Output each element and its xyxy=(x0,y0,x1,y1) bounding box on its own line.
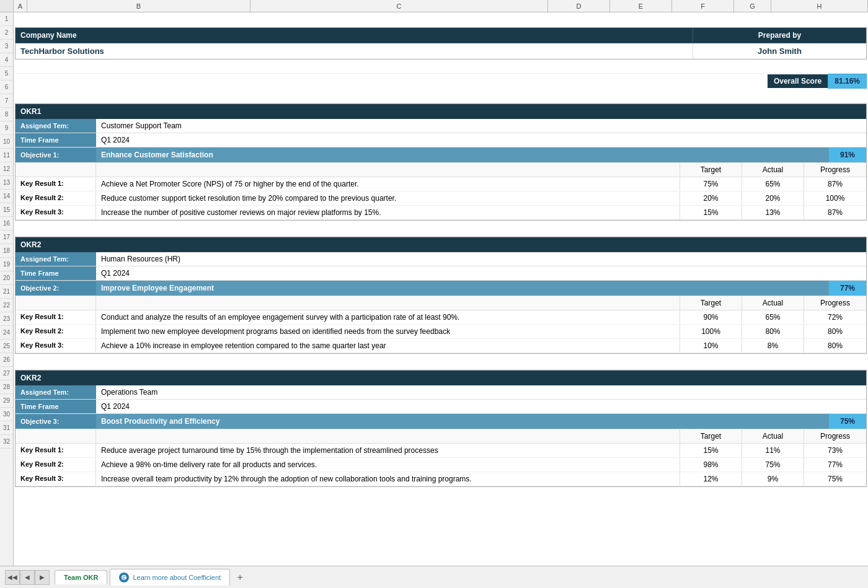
sheet-tab-coefficient[interactable]: C Learn more about Coefficient xyxy=(110,569,230,586)
row-num-13: 13 xyxy=(0,176,13,190)
overall-score-row: Overall Score 81.16% xyxy=(15,74,867,89)
okr2-kr-header-target: Target xyxy=(680,296,742,310)
okr1-kr3-label: Key Result 3: xyxy=(16,206,96,219)
okr3-kr1-actual: 11% xyxy=(742,444,804,457)
row-num-1: 1 xyxy=(0,12,13,26)
col-header-b: B xyxy=(27,0,250,12)
okr2-objective-text: Improve Employee Engagement xyxy=(96,281,829,296)
row-num-26: 26 xyxy=(0,353,13,367)
okr3-timeframe-value: Q1 2024 xyxy=(96,400,866,413)
okr1-kr-headers: Target Actual Progress xyxy=(16,163,866,177)
okr1-kr3-row: Key Result 3: Increase the number of pos… xyxy=(16,206,866,220)
prepared-by-label: Prepared by xyxy=(693,28,866,43)
okr2-objective-row: Objective 2: Improve Employee Engagement… xyxy=(16,281,866,296)
okr3-kr2-progress: 77% xyxy=(804,458,866,472)
okr1-kr1-target: 75% xyxy=(680,177,742,191)
row-num-14: 14 xyxy=(0,190,13,203)
okr2-assigned-team-row: Assigned Tem: Human Resources (HR) xyxy=(16,252,866,266)
okr2-kr-headers: Target Actual Progress xyxy=(16,296,866,310)
okr3-timeframe-label: Time Frame xyxy=(16,400,96,413)
row-num-8: 8 xyxy=(0,108,13,121)
row-num-30: 30 xyxy=(0,408,13,421)
okr1-kr1-label: Key Result 1: xyxy=(16,177,96,191)
okr3-objective-label: Objective 3: xyxy=(16,415,96,428)
okr2-assigned-team-value: Human Resources (HR) xyxy=(96,252,866,266)
okr1-kr3-text: Increase the number of positive customer… xyxy=(96,206,680,219)
row-num-12: 12 xyxy=(0,162,13,176)
nav-prev-button[interactable]: ◀ xyxy=(20,570,35,585)
okr2-kr3-actual: 8% xyxy=(742,339,804,353)
col-header-corner xyxy=(0,0,14,12)
okr3-objective-score: 75% xyxy=(829,414,866,429)
okr2-kr1-label: Key Result 1: xyxy=(16,310,96,324)
okr1-kr1-actual: 65% xyxy=(742,177,804,191)
okr2-kr2-row: Key Result 2: Implement two new employee… xyxy=(16,325,866,339)
overall-score-label: Overall Score xyxy=(768,74,828,88)
row-num-2: 2 xyxy=(0,26,13,40)
row-num-4: 4 xyxy=(0,53,13,67)
okr3-kr1-label: Key Result 1: xyxy=(16,444,96,457)
okr3-objective-row: Objective 3: Boost Productivity and Effi… xyxy=(16,414,866,429)
okr1-objective-text: Enhance Customer Satisfaction xyxy=(96,147,829,162)
okr3-kr2-label: Key Result 2: xyxy=(16,458,96,472)
company-value-row: TechHarbor Solutions John Smith xyxy=(16,43,866,59)
row-num-11: 11 xyxy=(0,149,13,162)
okr3-kr1-target: 15% xyxy=(680,444,742,457)
okr1-kr-header-progress: Progress xyxy=(804,163,866,177)
okr2-assigned-team-label: Assigned Tem: xyxy=(16,252,96,266)
okr2-kr2-text: Implement two new employee development p… xyxy=(96,325,680,338)
row-num-15: 15 xyxy=(0,203,13,217)
okr3-assigned-team-label: Assigned Tem: xyxy=(16,385,96,399)
row-num-21: 21 xyxy=(0,285,13,299)
spacer-row-4 xyxy=(15,60,867,74)
nav-prev-prev-button[interactable]: ◀◀ xyxy=(5,570,20,585)
okr2-kr-header-progress: Progress xyxy=(804,296,866,310)
okr2-objective-label: Objective 2: xyxy=(16,281,96,295)
main-area: 1 2 3 4 5 6 7 8 9 10 11 12 13 14 15 16 1… xyxy=(0,12,868,566)
okr2-section: OKR2 Assigned Tem: Human Resources (HR) … xyxy=(15,237,867,354)
okr2-kr3-progress: 80% xyxy=(804,339,866,353)
nav-next-button[interactable]: ▶ xyxy=(35,570,50,585)
col-header-g: G xyxy=(734,0,771,12)
okr2-kr3-label: Key Result 3: xyxy=(16,339,96,353)
okr2-kr2-actual: 80% xyxy=(742,325,804,338)
row-num-28: 28 xyxy=(0,380,13,394)
okr1-objective-score: 91% xyxy=(829,147,866,162)
okr3-kr2-target: 98% xyxy=(680,458,742,472)
bottom-bar: ◀◀ ◀ ▶ Team OKR C Learn more about Coeff… xyxy=(0,566,868,588)
okr3-timeframe-row: Time Frame Q1 2024 xyxy=(16,400,866,414)
row-num-32: 32 xyxy=(0,435,13,449)
okr3-section: OKR2 Assigned Tem: Operations Team Time … xyxy=(15,370,867,487)
okr2-kr3-row: Key Result 3: Achieve a 10% increase in … xyxy=(16,339,866,353)
okr2-kr1-progress: 72% xyxy=(804,310,866,324)
row-num-7: 7 xyxy=(0,94,13,108)
col-header-e: E xyxy=(610,0,672,12)
sheet-tab-team-okr[interactable]: Team OKR xyxy=(55,570,107,584)
okr3-kr3-row: Key Result 3: Increase overall team prod… xyxy=(16,472,866,486)
row-num-31: 31 xyxy=(0,421,13,435)
okr1-kr2-target: 20% xyxy=(680,191,742,205)
col-header-c: C xyxy=(250,0,548,12)
okr1-kr2-actual: 20% xyxy=(742,191,804,205)
okr1-kr-header-empty1 xyxy=(16,163,96,177)
okr1-assigned-team-value: Customer Support Team xyxy=(96,119,866,133)
row-num-5: 5 xyxy=(0,67,13,81)
add-sheet-button[interactable]: + xyxy=(232,570,247,585)
okr3-kr3-actual: 9% xyxy=(742,472,804,486)
okr1-objective-row: Objective 1: Enhance Customer Satisfacti… xyxy=(16,147,866,163)
coefficient-tab-label: Learn more about Coefficient xyxy=(133,574,221,581)
okr3-kr3-progress: 75% xyxy=(804,472,866,486)
okr2-kr2-progress: 80% xyxy=(804,325,866,338)
spacer-row-15 xyxy=(15,223,867,237)
row-num-3: 3 xyxy=(0,40,13,53)
row-num-29: 29 xyxy=(0,394,13,408)
okr2-title: OKR2 xyxy=(16,237,866,252)
row-num-23: 23 xyxy=(0,312,13,326)
company-header-row: Company Name Prepared by xyxy=(16,28,866,43)
okr2-kr1-target: 90% xyxy=(680,310,742,324)
okr1-kr3-target: 15% xyxy=(680,206,742,219)
row-num-20: 20 xyxy=(0,271,13,285)
okr3-kr1-row: Key Result 1: Reduce average project tur… xyxy=(16,444,866,458)
row-num-17: 17 xyxy=(0,230,13,244)
okr3-kr2-text: Achieve a 98% on-time delivery rate for … xyxy=(96,458,680,472)
